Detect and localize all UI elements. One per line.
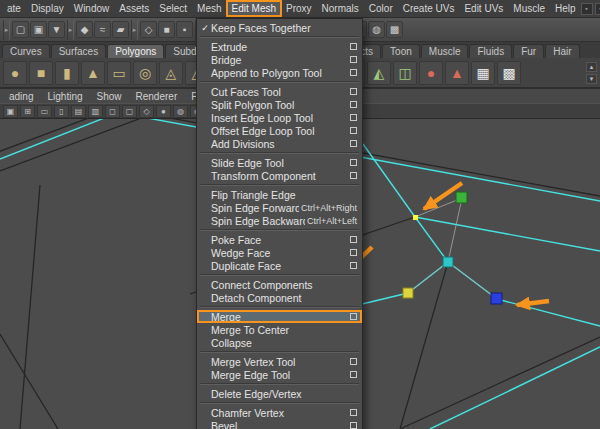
poly-cube-icon[interactable]: ■ <box>29 61 53 85</box>
option-box-icon[interactable] <box>350 358 357 365</box>
poly-cylinder-icon[interactable]: ▮ <box>55 61 79 85</box>
menubar-item-create-uvs[interactable]: Create UVs <box>398 1 460 16</box>
lasso-select-icon[interactable]: ≈ <box>94 21 111 38</box>
render-settings-icon[interactable]: ▩ <box>386 21 403 38</box>
poly-sphere-icon[interactable]: ● <box>3 61 27 85</box>
vertex-handle-blue[interactable] <box>491 293 502 304</box>
statusline-divider[interactable]: ▸ <box>3 20 10 40</box>
menubar-item-help[interactable]: Help <box>550 1 581 16</box>
selected-vertex-dot[interactable] <box>413 215 418 220</box>
menubar-item-display[interactable]: Display <box>26 1 69 16</box>
option-box-icon[interactable] <box>350 262 357 269</box>
checker-cube-icon[interactable]: ▩ <box>497 61 521 85</box>
option-box-icon[interactable] <box>350 114 357 121</box>
option-box-icon[interactable] <box>350 140 357 147</box>
menu-item-connect-components[interactable]: Connect Components <box>197 278 362 291</box>
shelf-tab-toon[interactable]: Toon <box>382 44 420 58</box>
menubar-item-assets[interactable]: Assets <box>114 1 154 16</box>
gate-mask-icon[interactable]: ▤ <box>71 105 86 118</box>
poly-mirror-icon[interactable]: ◫ <box>393 61 417 85</box>
shelf-scroll-down-icon[interactable]: ▼ <box>586 74 597 84</box>
option-box-icon[interactable] <box>350 127 357 134</box>
option-box-icon[interactable] <box>350 101 357 108</box>
option-box-icon[interactable] <box>350 422 357 429</box>
menu-item-add-divisions[interactable]: Add Divisions <box>197 137 362 150</box>
option-box-icon[interactable] <box>350 56 357 63</box>
resolution-gate-icon[interactable]: ▯ <box>54 105 69 118</box>
menu-item-spin-edge-forward[interactable]: Spin Edge ForwardCtrl+Alt+Right <box>197 201 362 214</box>
poly-plane-icon[interactable]: ▭ <box>107 61 131 85</box>
poly-torus-icon[interactable]: ◎ <box>133 61 157 85</box>
menubar-item-edit-uvs[interactable]: Edit UVs <box>459 1 508 16</box>
select-hierarchy-icon[interactable]: ◇ <box>140 21 157 38</box>
ipr-render-icon[interactable]: ◍ <box>368 21 385 38</box>
menubar-item-mesh[interactable]: Mesh <box>192 1 226 16</box>
shelf-tab-fur[interactable]: Fur <box>513 44 544 58</box>
menu-item-duplicate-face[interactable]: Duplicate Face <box>197 259 362 272</box>
menubar-item-muscle[interactable]: Muscle <box>508 1 550 16</box>
shelf-tab-hair[interactable]: Hair <box>545 44 579 58</box>
statusline-divider[interactable]: ▸ <box>131 20 138 40</box>
workspace-1-button[interactable]: ▪ <box>581 3 593 15</box>
option-box-icon[interactable] <box>350 43 357 50</box>
vertex-handle-green[interactable] <box>456 192 467 203</box>
workspace-2-button[interactable]: ▪ <box>595 3 600 15</box>
menubar-item-normals[interactable]: Normals <box>317 1 364 16</box>
option-box-icon[interactable] <box>350 88 357 95</box>
menu-item-cut-faces-tool[interactable]: Cut Faces Tool <box>197 85 362 98</box>
menu-item-detach-component[interactable]: Detach Component <box>197 291 362 304</box>
shelf-tab-surfaces[interactable]: Surfaces <box>51 44 106 58</box>
select-tool-icon[interactable]: ◆ <box>76 21 93 38</box>
option-box-icon[interactable] <box>350 236 357 243</box>
grid-toggle-icon[interactable]: ⊞ <box>20 105 35 118</box>
interactive-sphere-icon[interactable]: ● <box>419 61 443 85</box>
select-component-icon[interactable]: ▪ <box>176 21 193 38</box>
menu-item-poke-face[interactable]: Poke Face <box>197 233 362 246</box>
file-open-icon[interactable]: ▣ <box>30 21 47 38</box>
select-object-icon[interactable]: ■ <box>158 21 175 38</box>
shelf-tab-fluids[interactable]: Fluids <box>469 44 512 58</box>
menu-item-merge-edge-tool[interactable]: Merge Edge Tool <box>197 368 362 381</box>
paint-select-icon[interactable]: ▰ <box>112 21 129 38</box>
menubar-item-edit-mesh[interactable]: Edit Mesh <box>227 1 281 16</box>
menubar-item-color[interactable]: Color <box>364 1 398 16</box>
menubar-item-ate[interactable]: ate <box>2 1 26 16</box>
shelf-tab-curves[interactable]: Curves <box>2 44 50 58</box>
option-box-icon[interactable] <box>350 313 357 320</box>
panel-menu-lighting[interactable]: Lighting <box>40 91 89 102</box>
option-box-icon[interactable] <box>350 159 357 166</box>
menu-item-offset-edge-loop-tool[interactable]: Offset Edge Loop Tool <box>197 124 362 137</box>
file-save-icon[interactable]: ▼ <box>48 21 65 38</box>
poly-cone-icon[interactable]: ▲ <box>81 61 105 85</box>
statusline-divider[interactable]: ▸ <box>67 20 74 40</box>
menu-item-merge-to-center[interactable]: Merge To Center <box>197 323 362 336</box>
shaded-mode-icon[interactable]: ● <box>156 105 171 118</box>
option-box-icon[interactable] <box>350 249 357 256</box>
menubar-item-proxy[interactable]: Proxy <box>281 1 317 16</box>
option-box-icon[interactable] <box>350 172 357 179</box>
poly-prism-icon[interactable]: ◬ <box>159 61 183 85</box>
menubar-item-select[interactable]: Select <box>154 1 192 16</box>
menu-item-bridge[interactable]: Bridge <box>197 53 362 66</box>
wireframe-mode-icon[interactable]: ◇ <box>139 105 154 118</box>
vertex-handle-yellow[interactable] <box>403 288 413 298</box>
panel-menu-show[interactable]: Show <box>90 91 129 102</box>
safe-action-icon[interactable]: ◻ <box>105 105 120 118</box>
menu-item-merge[interactable]: Merge <box>197 310 362 323</box>
option-box-icon[interactable] <box>350 409 357 416</box>
shelf-tab-polygons[interactable]: Polygons <box>107 44 164 58</box>
menu-item-append-to-polygon-tool[interactable]: Append to Polygon Tool <box>197 66 362 79</box>
checker-sphere-icon[interactable]: ▦ <box>471 61 495 85</box>
interactive-cone-icon[interactable]: ▲ <box>445 61 469 85</box>
menu-item-keep-faces-together[interactable]: ✓Keep Faces Together <box>197 21 362 34</box>
film-gate-icon[interactable]: ▭ <box>37 105 52 118</box>
menu-item-spin-edge-backward[interactable]: Spin Edge BackwardCtrl+Alt+Left <box>197 214 362 227</box>
menu-item-slide-edge-tool[interactable]: Slide Edge Tool <box>197 156 362 169</box>
textured-mode-icon[interactable]: ◍ <box>173 105 188 118</box>
menu-item-chamfer-vertex[interactable]: Chamfer Vertex <box>197 406 362 419</box>
shelf-scroll-up-icon[interactable]: ▲ <box>586 62 597 72</box>
menu-item-extrude[interactable]: Extrude <box>197 40 362 53</box>
menu-item-wedge-face[interactable]: Wedge Face <box>197 246 362 259</box>
option-box-icon[interactable] <box>350 371 357 378</box>
option-box-icon[interactable] <box>350 69 357 76</box>
